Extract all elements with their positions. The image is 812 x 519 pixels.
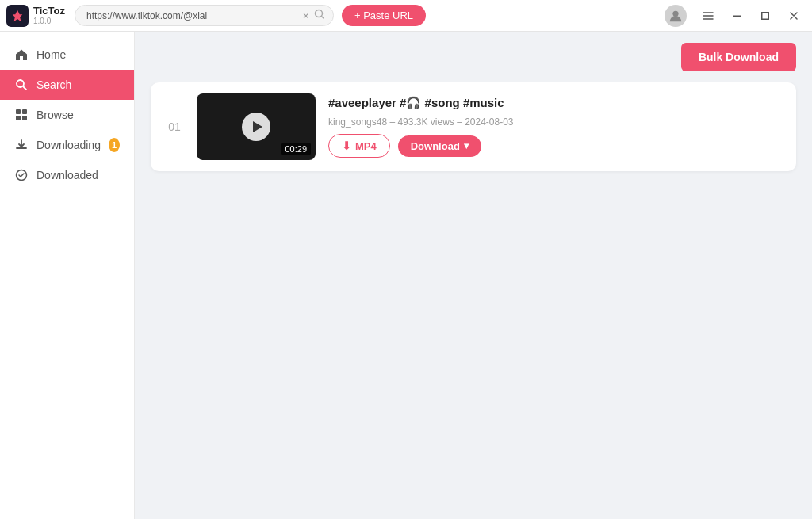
sidebar-downloading-label: Downloading <box>36 139 101 151</box>
browse-icon <box>14 108 29 122</box>
video-title-text: #aveeplayer #🎧 #song #music <box>328 96 504 110</box>
video-thumbnail[interactable]: 00:29 <box>197 93 316 160</box>
video-index: 01 <box>165 120 184 133</box>
video-actions: ⬇ MP4 Download ▾ <box>328 134 782 158</box>
url-clear-icon[interactable]: × <box>303 10 309 21</box>
mp4-button[interactable]: ⬇ MP4 <box>328 134 390 158</box>
svg-rect-8 <box>22 116 27 120</box>
video-meta: king_songs48 – 493.3K views – 2024-08-03 <box>328 116 782 128</box>
url-search-icon <box>314 9 325 22</box>
paste-url-button[interactable]: + Paste URL <box>342 5 426 26</box>
video-date: 2024-08-03 <box>465 116 513 128</box>
chevron-down-icon: ▾ <box>464 140 469 151</box>
video-meta-separator: – <box>389 116 397 128</box>
svg-rect-7 <box>16 116 21 120</box>
svg-rect-5 <box>16 109 21 114</box>
content-topbar: Bulk Download <box>135 32 812 82</box>
content-area: Bulk Download 01 00:29 #aveeplayer #🎧 #s… <box>135 32 812 519</box>
main-layout: Home Search Browse <box>0 32 812 519</box>
svg-rect-2 <box>733 15 741 17</box>
sidebar: Home Search Browse <box>0 32 135 519</box>
table-row: 01 00:29 #aveeplayer #🎧 #song #music kin… <box>151 82 796 171</box>
home-icon <box>14 48 29 62</box>
svg-rect-3 <box>762 12 769 19</box>
app-name: TicToz <box>33 6 65 17</box>
close-button[interactable] <box>782 4 806 28</box>
url-bar[interactable]: https://www.tiktok.com/@xial × <box>75 5 334 26</box>
menu-button[interactable] <box>696 4 720 28</box>
sidebar-item-home[interactable]: Home <box>0 40 134 70</box>
sidebar-item-browse[interactable]: Browse <box>0 100 134 130</box>
sidebar-home-label: Home <box>36 48 66 61</box>
download-button[interactable]: Download ▾ <box>398 135 481 157</box>
minimize-button[interactable] <box>725 4 749 28</box>
titlebar: TicToz 1.0.0 https://www.tiktok.com/@xia… <box>0 0 812 32</box>
sidebar-item-downloaded[interactable]: Downloaded <box>0 160 134 190</box>
video-info: #aveeplayer #🎧 #song #music king_songs48… <box>328 96 782 158</box>
video-author: king_songs48 <box>328 116 387 128</box>
sidebar-item-downloading[interactable]: Downloading 1 <box>0 130 134 160</box>
video-views: 493.3K views <box>397 116 454 128</box>
downloaded-icon <box>14 168 29 182</box>
sidebar-item-search[interactable]: Search <box>0 70 134 100</box>
app-name-group: TicToz 1.0.0 <box>33 6 65 25</box>
results-area: 01 00:29 #aveeplayer #🎧 #song #music kin… <box>135 82 812 519</box>
svg-rect-6 <box>22 109 27 114</box>
video-title: #aveeplayer #🎧 #song #music <box>328 96 782 110</box>
sidebar-downloaded-label: Downloaded <box>36 169 98 181</box>
svg-point-4 <box>17 80 24 87</box>
download-label: Download <box>411 140 460 152</box>
downloading-badge: 1 <box>109 138 120 152</box>
app-logo-icon <box>6 5 29 27</box>
duration-badge: 00:29 <box>281 143 311 155</box>
video-meta-separator2: – <box>457 116 465 128</box>
mp4-download-icon: ⬇ <box>342 139 351 152</box>
bulk-download-button[interactable]: Bulk Download <box>681 43 796 71</box>
mp4-label: MP4 <box>355 140 377 152</box>
sidebar-search-label: Search <box>36 78 71 91</box>
window-controls <box>696 4 806 28</box>
search-icon <box>14 78 29 92</box>
svg-point-1 <box>672 10 678 16</box>
play-button[interactable] <box>242 113 270 141</box>
downloading-icon <box>14 138 29 152</box>
app-logo: TicToz 1.0.0 <box>6 5 65 27</box>
app-version: 1.0.0 <box>33 17 65 25</box>
avatar[interactable] <box>665 5 687 27</box>
url-text: https://www.tiktok.com/@xial <box>86 10 298 21</box>
sidebar-browse-label: Browse <box>36 109 74 121</box>
maximize-button[interactable] <box>753 4 777 28</box>
